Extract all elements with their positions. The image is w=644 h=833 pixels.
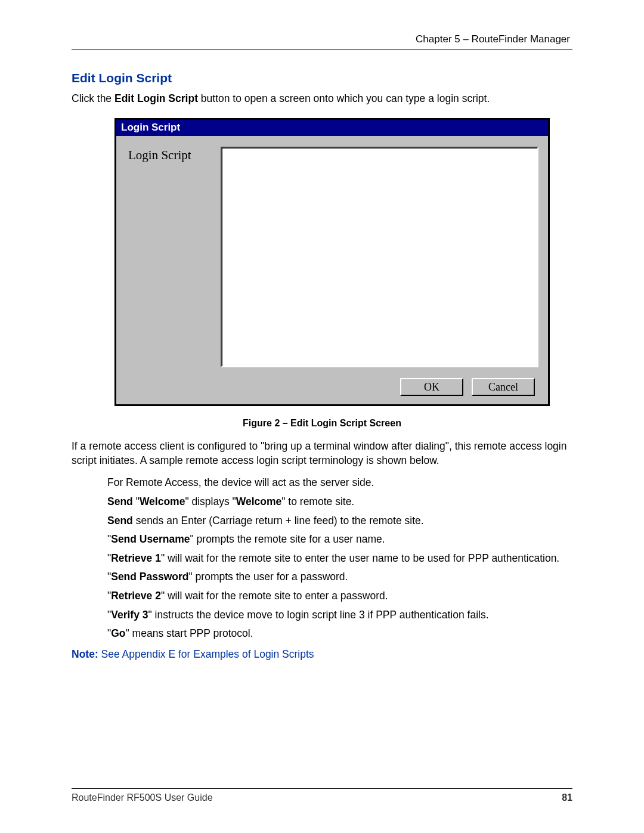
footer-page-number: 81 (562, 792, 572, 803)
bullet-7: "Retrieve 2" will wait for the remote si… (107, 589, 572, 603)
note-line: Note: See Appendix E for Examples of Log… (72, 648, 572, 661)
bullet-3-bold: Send (107, 515, 133, 527)
cancel-button[interactable]: Cancel (472, 378, 535, 396)
bullet-3: Send sends an Enter (Carriage return + l… (107, 514, 572, 528)
bullet-4: "Send Username" prompts the remote site … (107, 532, 572, 547)
bullet-8-t2: " instructs the device move to login scr… (148, 609, 489, 621)
bullet-4-t2: " prompts the remote site for a user nam… (190, 533, 385, 545)
bullet-2: Send "Welcome" displays "Welcome" to rem… (107, 495, 572, 509)
dialog-body: Login Script OK Cancel (116, 136, 548, 404)
bullet-9: "Go" means start PPP protocol. (107, 627, 572, 641)
login-script-dialog: Login Script Login Script OK Cancel (114, 118, 550, 406)
page-footer: RouteFinder RF500S User Guide 81 (72, 788, 572, 803)
section-heading: Edit Login Script (72, 71, 572, 85)
bullet-5: "Retrieve 1" will wait for the remote si… (107, 552, 572, 566)
note-label: Note: (72, 648, 98, 660)
bullet-7-bold: Retrieve 2 (111, 590, 161, 602)
bullet-9-t2: " means start PPP protocol. (126, 627, 253, 639)
bullet-1: For Remote Access, the device will act a… (107, 476, 572, 490)
bullet-8-bold: Verify 3 (111, 609, 148, 621)
bullet-2-bold1: Send (107, 496, 133, 507)
login-script-textarea[interactable] (221, 147, 538, 367)
login-script-dialog-figure: Login Script Login Script OK Cancel (114, 118, 550, 406)
bullet-6-bold: Send Password (111, 571, 188, 583)
bullet-3-rest: sends an Enter (Carriage return + line f… (133, 515, 424, 527)
bullet-9-bold: Go (111, 627, 125, 639)
figure-caption: Figure 2 – Edit Login Script Screen (72, 418, 572, 429)
bullet-2-t2: " displays " (185, 496, 236, 507)
login-script-label: Login Script (128, 147, 221, 163)
body-paragraph-1: If a remote access client is configured … (72, 439, 572, 467)
bullet-8: "Verify 3" instructs the device move to … (107, 608, 572, 623)
bullet-5-bold: Retrieve 1 (111, 552, 161, 564)
intro-text-post: button to open a screen onto which you c… (198, 92, 490, 104)
ok-button[interactable]: OK (400, 378, 463, 396)
bullet-2-t3: " to remote site. (281, 496, 354, 507)
bullet-6-t2: " prompts the user for a password. (189, 571, 348, 583)
footer-guide-title: RouteFinder RF500S User Guide (72, 792, 213, 803)
bullet-2-bold2: Welcome (140, 496, 185, 507)
bullet-4-bold: Send Username (111, 533, 190, 545)
intro-text-bold: Edit Login Script (114, 92, 198, 104)
dialog-titlebar: Login Script (116, 120, 548, 136)
bullet-6: "Send Password" prompts the user for a p… (107, 570, 572, 584)
bullet-5-t2: " will wait for the remote site to enter… (161, 552, 559, 564)
bullet-2-bold3: Welcome (236, 496, 282, 507)
intro-paragraph: Click the Edit Login Script button to op… (72, 92, 572, 105)
bullet-2-t1: " (133, 496, 140, 507)
bullet-7-t2: " will wait for the remote site to enter… (161, 590, 388, 602)
intro-text-pre: Click the (72, 92, 114, 104)
note-text: See Appendix E for Examples of Login Scr… (98, 648, 314, 660)
chapter-header: Chapter 5 – RouteFinder Manager (72, 33, 572, 49)
